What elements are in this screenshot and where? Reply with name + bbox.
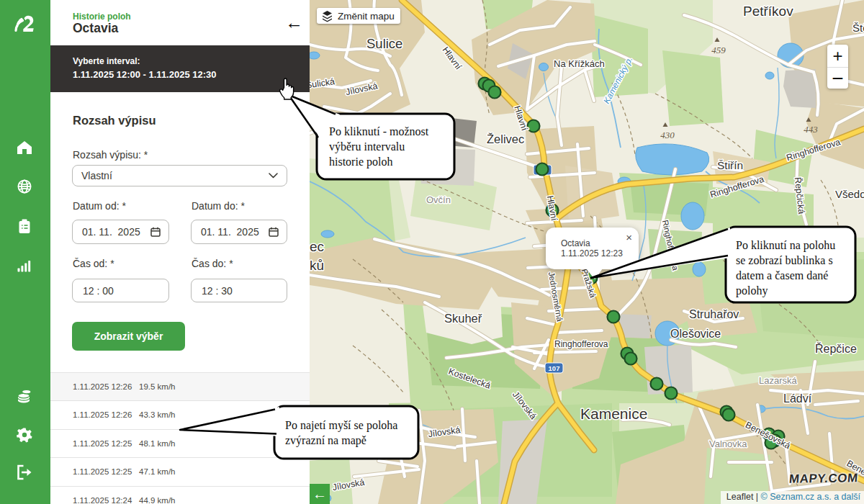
svg-text:Struhařov: Struhařov	[689, 308, 739, 320]
svg-text:Želivec: Želivec	[487, 132, 524, 145]
svg-text:430: 430	[660, 130, 675, 140]
svg-text:Skuheř: Skuheř	[444, 312, 482, 325]
svg-text:Řepčice: Řepčice	[815, 342, 857, 355]
svg-text:ků: ků	[310, 258, 324, 273]
svg-text:Valnovka: Valnovka	[709, 438, 747, 449]
svg-text:443: 443	[804, 124, 818, 135]
svg-text:Na Křížkách: Na Křížkách	[554, 58, 605, 69]
svg-text:Ovčín: Ovčín	[426, 194, 451, 205]
svg-text:Kamenice: Kamenice	[580, 405, 647, 422]
svg-text:Ringhofferova: Ringhofferova	[554, 339, 608, 349]
svg-text:Lazarská: Lazarská	[759, 375, 798, 386]
svg-text:Petříkov: Petříkov	[743, 4, 793, 19]
svg-text:107: 107	[549, 364, 560, 372]
svg-text:Olešovice: Olešovice	[670, 328, 721, 340]
svg-text:Všedobrovic: Všedobrovic	[835, 188, 864, 200]
svg-text:459: 459	[711, 45, 726, 55]
svg-text:Ště: Ště	[852, 22, 864, 34]
svg-text:ec: ec	[310, 239, 324, 254]
svg-text:Sulice: Sulice	[366, 36, 402, 51]
svg-text:Ládví: Ládví	[783, 392, 812, 405]
svg-text:Štiřín: Štiřín	[717, 159, 743, 171]
